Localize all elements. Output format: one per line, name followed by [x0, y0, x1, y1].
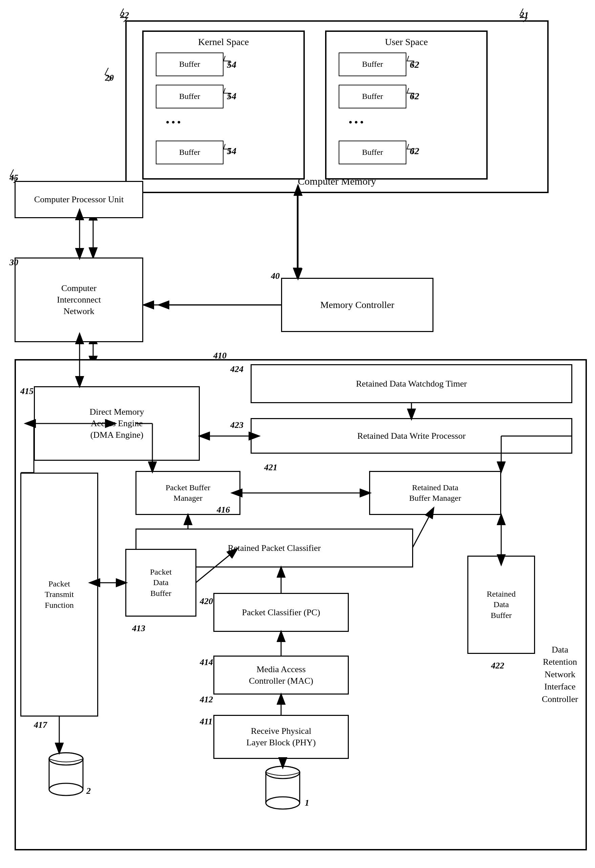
svg-point-41 — [266, 766, 300, 779]
user-buffer-2: Buffer — [339, 85, 406, 108]
ref-420: 420 — [200, 596, 213, 607]
ref-424: 424 — [230, 364, 243, 374]
ref-20: 20 — [105, 73, 114, 83]
phy-box: Receive Physical Layer Block (PHY) — [214, 715, 349, 759]
dma-label: Direct Memory Access Engine (DMA Engine) — [90, 406, 144, 440]
ref-413: 413 — [132, 623, 145, 633]
packet-transmit-box: Packet Transmit Function — [20, 472, 98, 717]
kernel-buffer-1: Buffer — [156, 53, 224, 76]
ref-21: 21 — [520, 10, 529, 20]
drnic-label: Data Retention Network Interface Control… — [542, 644, 578, 706]
pt-label: Packet Transmit Function — [45, 579, 74, 611]
user-dots: • • • — [349, 117, 363, 128]
ref-423: 423 — [230, 420, 243, 430]
svg-point-40 — [266, 797, 300, 809]
watchdog-label: Retained Data Watchdog Timer — [356, 378, 467, 390]
pbm-label: Packet Buffer Manager — [166, 483, 210, 503]
diagram: Computer Memory Kernel Space User Space … — [0, 0, 595, 868]
cpu-box: Computer Processor Unit — [15, 181, 143, 218]
ref-1: 1 — [305, 798, 309, 808]
svg-point-35 — [49, 753, 83, 765]
kernel-space-label: Kernel Space — [198, 36, 249, 48]
write-processor-label: Retained Data Write Processor — [357, 430, 465, 442]
memory-controller-box: Memory Controller — [281, 278, 433, 332]
kernel-buffer-3: Buffer — [156, 140, 224, 164]
rbm-label: Retained Data Buffer Manager — [409, 483, 461, 503]
cin-label: Computer Interconnect Network — [57, 283, 101, 317]
ref-45: 45 — [9, 173, 18, 183]
cylinder-2 — [47, 752, 85, 796]
ref-2: 2 — [86, 786, 91, 796]
ref-62a: 62 — [410, 59, 419, 70]
ref-62b: 62 — [410, 91, 419, 102]
ref-422: 422 — [491, 661, 504, 671]
write-processor-box: Retained Data Write Processor — [250, 418, 572, 454]
ref-412: 412 — [200, 695, 213, 705]
mac-label: Media Access Controller (MAC) — [249, 664, 313, 687]
retained-buffer-manager-box: Retained Data Buffer Manager — [369, 471, 501, 515]
ref-62c: 62 — [410, 146, 419, 156]
pc-label: Packet Classifier (PC) — [242, 607, 320, 618]
ref-54b: 54 — [227, 91, 236, 102]
pdb-label: Packet Data Buffer — [150, 567, 172, 599]
phy-label: Receive Physical Layer Block (PHY) — [246, 725, 316, 748]
packet-data-buffer-box: Packet Data Buffer — [125, 549, 196, 617]
dma-box: Direct Memory Access Engine (DMA Engine) — [34, 386, 200, 461]
ref-417: 417 — [34, 720, 47, 730]
ref-54a: 54 — [227, 59, 236, 70]
rpc-label: Retained Packet Classifier — [228, 542, 321, 554]
watchdog-box: Retained Data Watchdog Timer — [250, 364, 572, 403]
ref-415: 415 — [20, 386, 34, 396]
ref-54c: 54 — [227, 146, 236, 156]
cylinder-1 — [264, 766, 301, 810]
rdb-label: Retained Data Buffer — [487, 589, 515, 621]
ref-411: 411 — [200, 717, 213, 727]
kernel-buffer-2: Buffer — [156, 85, 224, 108]
packet-classifier-box: Packet Classifier (PC) — [214, 593, 349, 632]
user-buffer-1: Buffer — [339, 53, 406, 76]
user-buffer-3: Buffer — [339, 140, 406, 164]
ref-40: 40 — [271, 271, 280, 281]
user-space-label: User Space — [385, 36, 428, 48]
ref-22: 22 — [120, 10, 129, 20]
cin-box: Computer Interconnect Network — [15, 257, 143, 342]
ref-410: 410 — [214, 351, 227, 361]
ref-30: 30 — [9, 257, 18, 268]
retained-data-buffer-box: Retained Data Buffer — [467, 556, 535, 654]
ref-416: 416 — [217, 505, 230, 515]
ref-421: 421 — [264, 462, 277, 472]
ref-414: 414 — [200, 657, 213, 667]
svg-point-34 — [49, 783, 83, 796]
kernel-dots: • • • — [166, 117, 181, 128]
mac-box: Media Access Controller (MAC) — [214, 655, 349, 695]
